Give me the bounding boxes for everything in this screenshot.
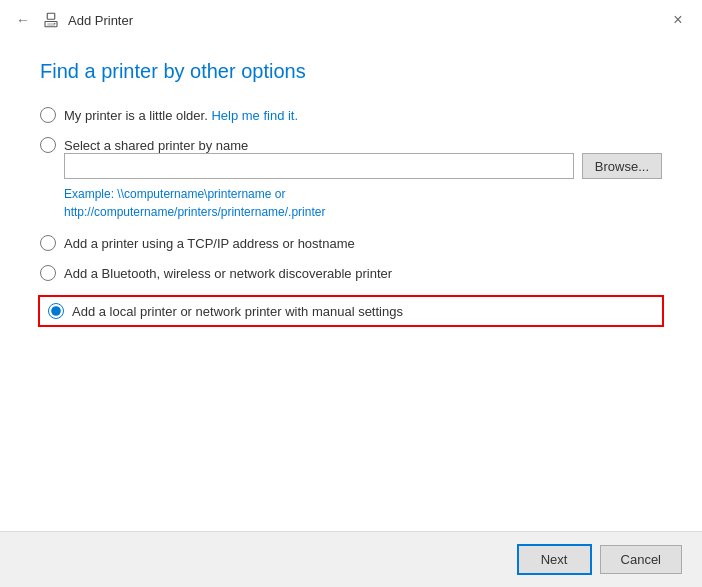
page-title: Find a printer by other options	[40, 60, 662, 83]
back-button[interactable]: ←	[12, 10, 34, 30]
close-button[interactable]: ×	[666, 8, 690, 32]
shared-printer-input[interactable]	[64, 153, 574, 179]
option-radio-1[interactable]	[40, 107, 56, 123]
option-label-4[interactable]: Add a Bluetooth, wireless or network dis…	[64, 266, 392, 281]
footer: Next Cancel	[0, 531, 702, 587]
svg-rect-2	[47, 23, 55, 26]
option-label-5[interactable]: Add a local printer or network printer w…	[72, 304, 403, 319]
option-label-3[interactable]: Add a printer using a TCP/IP address or …	[64, 236, 355, 251]
printer-icon	[42, 11, 60, 29]
option-row-2: Select a shared printer by name	[40, 137, 662, 153]
shared-printer-section: Browse... Example: \\computername\printe…	[40, 153, 662, 221]
svg-point-3	[54, 23, 56, 25]
option-radio-5[interactable]	[48, 303, 64, 319]
browse-button[interactable]: Browse...	[582, 153, 662, 179]
option-label-2[interactable]: Select a shared printer by name	[64, 138, 248, 153]
list-item-highlighted: Add a local printer or network printer w…	[38, 295, 664, 327]
dialog-content: Find a printer by other options My print…	[0, 40, 702, 531]
list-item: Add a Bluetooth, wireless or network dis…	[40, 265, 662, 281]
add-printer-dialog: ← Add Printer × Find a printer by other …	[0, 0, 702, 587]
option-label-1[interactable]: My printer is a little older. Help me fi…	[64, 108, 298, 123]
list-item: My printer is a little older. Help me fi…	[40, 107, 662, 123]
help-link[interactable]: Help me find it.	[211, 108, 298, 123]
svg-rect-1	[47, 13, 55, 19]
cancel-button[interactable]: Cancel	[600, 545, 682, 574]
example-text: Example: \\computername\printername or h…	[40, 185, 662, 221]
title-bar: ← Add Printer ×	[0, 0, 702, 40]
option-radio-2[interactable]	[40, 137, 56, 153]
input-row: Browse...	[40, 153, 662, 179]
title-bar-left: ← Add Printer	[12, 10, 133, 30]
option-radio-3[interactable]	[40, 235, 56, 251]
dialog-title: Add Printer	[68, 13, 133, 28]
next-button[interactable]: Next	[517, 544, 592, 575]
options-list: My printer is a little older. Help me fi…	[40, 107, 662, 327]
list-item: Add a printer using a TCP/IP address or …	[40, 235, 662, 251]
list-item: Select a shared printer by name Browse..…	[40, 137, 662, 221]
option-radio-4[interactable]	[40, 265, 56, 281]
